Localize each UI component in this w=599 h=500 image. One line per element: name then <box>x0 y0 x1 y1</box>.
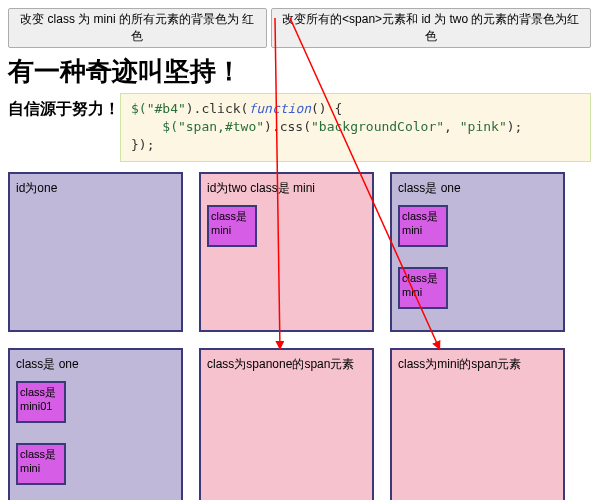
button-row: 改变 class 为 mini 的所有元素的背景色为 红色 改变所有的<span… <box>8 8 591 48</box>
inner-mini: class是mini <box>398 205 448 247</box>
inner-mini: class是mini <box>398 267 448 309</box>
box-label: class是 one <box>16 356 175 373</box>
code-token: , <box>444 119 460 134</box>
code-token: ).css( <box>264 119 311 134</box>
inner-mini: class是mini <box>16 443 66 485</box>
box-class-one-b: class是 one class是mini01 class是mini <box>8 348 183 500</box>
code-token: $( <box>131 119 178 134</box>
box-one: id为one <box>8 172 183 332</box>
inner-mini: class是mini <box>207 205 257 247</box>
code-tooltip: $("#b4").click(function() { $("span,#two… <box>120 93 591 162</box>
box-label: class为mini的span元素 <box>398 356 557 373</box>
code-token: "pink" <box>460 119 507 134</box>
code-token: "#b4" <box>147 101 186 116</box>
code-token: ); <box>507 119 523 134</box>
box-label: class为spanone的span元素 <box>207 356 366 373</box>
demo-grid: id为one id为two class是 mini class是mini cla… <box>8 172 591 500</box>
box-label: class是 one <box>398 180 557 197</box>
box-class-one-a: class是 one class是mini class是mini <box>390 172 565 332</box>
subtitle-row: 自信源于努力！ $("#b4").click(function() { $("s… <box>8 93 591 162</box>
code-token: ).click( <box>186 101 249 116</box>
box-label: id为one <box>16 180 175 197</box>
code-token: function <box>248 101 311 116</box>
code-token: "backgroundColor" <box>311 119 444 134</box>
code-token: }); <box>131 137 154 152</box>
box-span-mini: class为mini的span元素 <box>390 348 565 500</box>
box-label: id为two class是 mini <box>207 180 366 197</box>
change-span-two-bg-button[interactable]: 改变所有的<span>元素和 id 为 two 的元素的背景色为红色 <box>271 8 591 48</box>
box-span-spanone: class为spanone的span元素 <box>199 348 374 500</box>
code-token: $( <box>131 101 147 116</box>
inner-mini01: class是mini01 <box>16 381 66 423</box>
box-two: id为two class是 mini class是mini <box>199 172 374 332</box>
subtitle-label: 自信源于努力！ <box>8 99 120 120</box>
page-title: 有一种奇迹叫坚持！ <box>8 54 591 89</box>
code-token: () { <box>311 101 342 116</box>
change-mini-bg-button[interactable]: 改变 class 为 mini 的所有元素的背景色为 红色 <box>8 8 267 48</box>
code-token: "span,#two" <box>178 119 264 134</box>
